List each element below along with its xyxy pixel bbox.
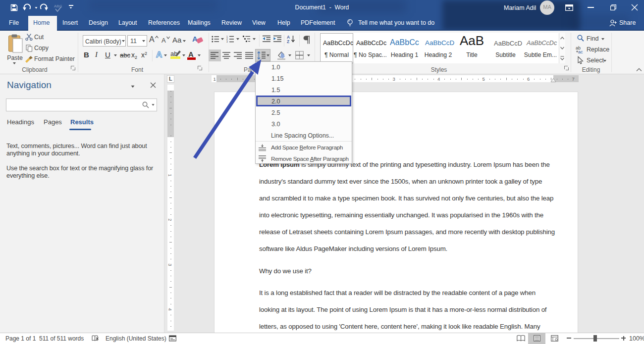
svg-text:Z: Z	[287, 39, 289, 44]
svg-text:3: 3	[226, 40, 228, 43]
svg-text:ac: ac	[578, 49, 583, 54]
